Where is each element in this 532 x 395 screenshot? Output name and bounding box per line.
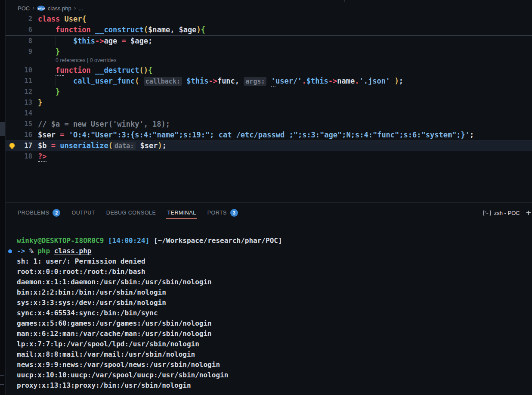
editor-tab-edge[interactable] (256, 0, 345, 2)
op-token: = (60, 131, 64, 139)
fn-token: __construct (95, 25, 144, 34)
pl-token: ; (470, 131, 474, 139)
sticky-scroll: 2class User{6 function __construct($name… (6, 14, 532, 36)
tw-terminal-token (104, 236, 108, 245)
var-token: func (217, 77, 235, 85)
tw-terminal-token: sync:x:4:65534:sync:/bin:/bin/sync (17, 309, 158, 317)
panel-tab-label: OUTPUT (71, 203, 95, 223)
pl-token (56, 131, 60, 139)
editor-tab-edge[interactable] (345, 0, 434, 2)
code-line[interactable]: 9 } (6, 47, 532, 57)
b1-token: ) (394, 77, 399, 85)
left-strip-tick (0, 375, 4, 376)
pl-token (38, 25, 56, 34)
breadcrumb-file[interactable]: class.php (48, 5, 71, 12)
php-icon-label: php (37, 6, 44, 10)
code-line[interactable]: 18?> (6, 151, 532, 162)
terminal-line: -> % php class.php (17, 246, 532, 256)
code-line[interactable]: 6 function __construct($name, $age){ (6, 25, 532, 35)
code-text: $b = unserialize(data: $ser); (6, 140, 532, 152)
line-number: 14 (6, 108, 32, 119)
vt-token: $this (73, 37, 95, 45)
terminal-output[interactable]: winky@DESKTOP-I8OR0C9 [14:00:24] [~/Work… (6, 223, 532, 395)
codelens-label[interactable]: 0 references | 0 overrides (6, 57, 532, 63)
code-editor[interactable]: 2class User{6 function __construct($name… (6, 14, 532, 202)
terminal-line: root:x:0:0:root:/root:/bin/bash (17, 267, 532, 277)
left-strip-scroll-thumb[interactable] (0, 122, 5, 136)
terminal-panel-controls: zsh - POC + (483, 203, 531, 223)
tw-terminal-token: games:x:5:60:games:/usr/games:/usr/sbin/… (17, 319, 212, 327)
code-line[interactable]: 14 (6, 108, 532, 119)
lightbulb-icon[interactable] (9, 143, 15, 148)
line-number: 8 (6, 36, 32, 47)
b1-token: ) (158, 141, 162, 150)
code-text: } (6, 87, 532, 97)
pl-token (91, 66, 95, 75)
code-line[interactable]: 11 call_user_func( callback: $this->func… (6, 76, 532, 87)
b2-token: { (201, 25, 205, 34)
cm-token: // $a = new User('winky', 18); (38, 120, 170, 128)
vt-token: $this (186, 77, 208, 85)
command-decoration-dot (8, 249, 12, 253)
pl-token (38, 47, 56, 56)
breadcrumb-folder[interactable]: POC (18, 5, 30, 12)
editor-tab-edge[interactable] (6, 0, 137, 2)
var-token: $age (130, 37, 148, 45)
terminal-line: mail:x:8:8:mail:/var/mail:/usr/sbin/nolo… (17, 349, 532, 360)
code-text: // $a = new User('winky', 18); (6, 119, 532, 130)
str-token: 'O:4:"User":3:{s:4:"name";s:19:"; cat /e… (69, 131, 470, 139)
active-editor-tab-edge[interactable] (137, 0, 256, 2)
tab-count-badge: 3 (230, 209, 238, 217)
terminal-line: proxy:x:13:13:proxy:/bin:/usr/sbin/nolog… (17, 380, 532, 391)
panel-tab-terminal[interactable]: TERMINAL (167, 203, 196, 223)
str-token: user/' (275, 77, 302, 85)
vscode-window: POC › php class.php › ... 2class User{6 … (0, 0, 532, 395)
op-token: -> (208, 77, 217, 85)
tg-terminal-token: winky@DESKTOP-I8OR0C9 (17, 236, 104, 245)
tw-terminal-token: sh: 1: user/: Permission denied (17, 257, 145, 265)
panel-tab-output[interactable]: OUTPUT (71, 203, 95, 223)
new-terminal-button[interactable]: + (526, 208, 531, 218)
b2-token: } (56, 87, 60, 96)
breadcrumb-symbol[interactable]: ... (78, 5, 83, 12)
pl-token (91, 25, 95, 34)
panel-tab-label: DEBUG CONSOLE (106, 203, 156, 223)
tw-terminal-token (149, 236, 154, 245)
var-token: $age (179, 25, 197, 34)
tw-terminal-token: proxy:x:13:13:proxy:/bin:/usr/sbin/nolog… (17, 381, 191, 389)
tw-terminal-token: news:x:9:9:news:/var/spool/news:/usr/sbi… (17, 361, 220, 369)
left-edge-strip (0, 0, 6, 395)
var-token: $ser (38, 131, 56, 139)
code-text: $this->age = $age; (6, 36, 532, 47)
code-line[interactable]: 17$b = unserialize(data: $ser); (6, 140, 532, 151)
code-line[interactable]: 2class User{ (6, 14, 532, 25)
left-strip-tick (0, 384, 4, 385)
panel-tab-bar: PROBLEMS2OUTPUTDEBUG CONSOLETERMINALPORT… (6, 203, 532, 223)
inlay-token: args: (244, 77, 266, 86)
breadcrumb: POC › php class.php › ... (6, 3, 532, 14)
panel-tab-debug-console[interactable]: DEBUG CONSOLE (106, 203, 156, 223)
op-token: -> (328, 77, 337, 85)
terminal-line: news:x:9:9:news:/var/spool/news:/usr/sbi… (17, 360, 532, 370)
code-line[interactable]: 15// $a = new User('winky', 18); (6, 119, 532, 130)
tab-count-badge: 2 (53, 209, 60, 217)
code-line[interactable]: 10 function __destruct(){ (6, 65, 532, 76)
op-token: -> (95, 37, 104, 45)
var-token: $name (148, 25, 170, 34)
op-token: . (355, 77, 359, 85)
code-line[interactable]: 8 $this->age = $age; (6, 36, 532, 47)
editor-tab-edge[interactable] (434, 0, 532, 2)
terminal-line: sys:x:3:3:sys:/dev:/usr/sbin/nologin (17, 298, 532, 308)
str-token: ' (271, 77, 275, 87)
kw-token: ?> (38, 152, 46, 162)
line-number: 13 (6, 97, 32, 108)
code-line[interactable]: 16$ser = 'O:4:"User":3:{s:4:"name";s:19:… (6, 130, 532, 140)
code-line[interactable]: 12 } (6, 87, 532, 97)
tw-terminal-token: uucp:x:10:10:uucp:/var/spool/uucp:/usr/s… (17, 371, 228, 379)
panel-tab-problems[interactable]: PROBLEMS2 (18, 203, 60, 223)
code-line[interactable]: 13} (6, 97, 532, 108)
code-text: } (6, 97, 532, 108)
terminal-session-label[interactable]: zsh - POC (494, 210, 520, 216)
panel-tab-ports[interactable]: PORTS3 (207, 203, 238, 223)
code-text: } (6, 47, 532, 57)
